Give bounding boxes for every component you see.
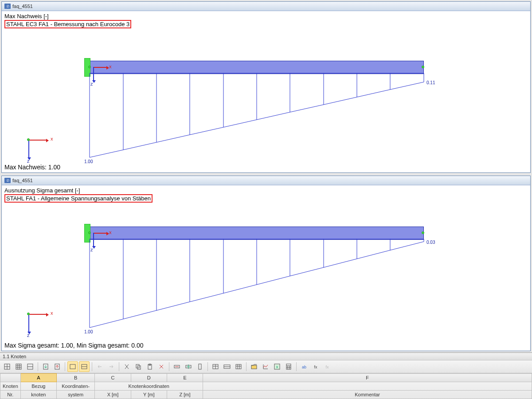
- toolbar-abc-button[interactable]: ab: [299, 361, 309, 372]
- col-header[interactable]: Bezug: [20, 382, 56, 391]
- result-summary: Max Nachweis: 1.00: [4, 164, 60, 171]
- table-wide-icon: [223, 363, 231, 370]
- column-letter[interactable]: C: [95, 374, 131, 382]
- toolbar-row-del-button[interactable]: [172, 361, 182, 372]
- panel-titlebar[interactable]: ⎚faq_4551: [2, 2, 530, 11]
- col-subheader[interactable]: knoten: [20, 391, 56, 399]
- toolbar-rect-sel2-button[interactable]: [79, 361, 90, 372]
- toolbar-table-button[interactable]: [210, 361, 221, 372]
- toolbar-delete-button[interactable]: [156, 361, 167, 372]
- fx-x-icon: fx: [324, 363, 331, 370]
- toolbar-separator: [169, 362, 169, 371]
- toolbar-chart-button[interactable]: [260, 361, 271, 372]
- svg-rect-56: [149, 364, 151, 365]
- toolbar-separator: [38, 362, 38, 371]
- import-icon: [42, 363, 49, 370]
- origin-marker: [27, 313, 30, 315]
- global-x-axis: [28, 314, 46, 315]
- redo-icon: [108, 363, 115, 370]
- diagram-base-value: 1.00: [84, 329, 93, 334]
- toolbar-separator: [65, 362, 65, 371]
- global-z-label: z: [27, 158, 30, 164]
- toolbar-fx-button[interactable]: fx: [310, 361, 321, 372]
- col-header[interactable]: [203, 382, 532, 391]
- col-header[interactable]: Koordinaten-: [57, 382, 95, 391]
- table-toolbar: Xabfxfx: [0, 360, 532, 373]
- col-tool-icon: [196, 363, 203, 370]
- column-letter[interactable]: A: [20, 374, 56, 382]
- svg-rect-42: [70, 364, 75, 369]
- abc-icon: ab: [301, 363, 308, 370]
- viewport[interactable]: Ausnutzung Sigma gesamt [-]STAHL FA1 - A…: [2, 185, 530, 351]
- toolbar-undo-button[interactable]: [94, 361, 105, 372]
- toolbar-row-ins-button[interactable]: [183, 361, 194, 372]
- column-letter[interactable]: B: [57, 374, 95, 382]
- svg-text:fx: fx: [314, 365, 317, 369]
- toolbar-paste-button[interactable]: [145, 361, 155, 372]
- column-letter[interactable]: F: [203, 374, 532, 382]
- grid-merge-icon: [27, 363, 34, 370]
- paste-icon: [146, 363, 153, 370]
- calc-icon: [285, 363, 292, 370]
- global-z-label: z: [27, 332, 30, 338]
- toolbar-table-cfg-button[interactable]: [233, 361, 244, 372]
- toolbar-folder-button[interactable]: [249, 361, 259, 372]
- toolbar-import-button[interactable]: [40, 361, 51, 372]
- svg-rect-70: [236, 364, 241, 369]
- viewport[interactable]: Max Nachweis [-]STAHL EC3 FA1 - Bemessun…: [2, 11, 530, 172]
- column-letter[interactable]: E: [167, 374, 203, 382]
- column-letter[interactable]: D: [131, 374, 167, 382]
- toolbar-fx-x-button[interactable]: fx: [322, 361, 332, 372]
- undo-icon: [96, 363, 103, 370]
- corner-cell[interactable]: [0, 374, 21, 382]
- grid-all-icon: [15, 363, 22, 370]
- col-subheader[interactable]: Kommentar: [203, 391, 532, 399]
- svg-rect-74: [251, 365, 257, 369]
- export-icon: [54, 363, 61, 370]
- col-subheader[interactable]: system: [57, 391, 95, 399]
- toolbar-redo-button[interactable]: [106, 361, 117, 372]
- col-header-group[interactable]: Knotenkoordinaten: [95, 382, 203, 391]
- table-section: 1.1 KnotenXabfxfx ABCDEFKnotenBezugKoord…: [0, 352, 532, 399]
- global-x-label: x: [51, 136, 53, 141]
- result-diagram: [2, 185, 437, 336]
- table-cfg-icon: [235, 363, 242, 370]
- result-panel: ⎚faq_4551Ausnutzung Sigma gesamt [-]STAH…: [1, 176, 531, 351]
- toolbar-grid-button[interactable]: [2, 361, 12, 372]
- toolbar-calc-button[interactable]: [283, 361, 294, 372]
- toolbar-rect-sel-button[interactable]: [67, 361, 78, 372]
- delete-icon: [158, 363, 165, 370]
- svg-text:fx: fx: [325, 365, 329, 369]
- copy-icon: [135, 363, 142, 370]
- svg-text:ab: ab: [302, 365, 306, 369]
- toolbar-separator: [119, 362, 119, 371]
- diagram-end-value: 0.11: [426, 80, 435, 85]
- result-panel: ⎚faq_4551Max Nachweis [-]STAHL EC3 FA1 -…: [1, 1, 531, 173]
- grid-icon: [4, 363, 11, 370]
- col-subheader[interactable]: X [m]: [95, 391, 131, 399]
- row-ins-icon: [185, 363, 192, 370]
- col-subheader[interactable]: Y [m]: [131, 391, 167, 399]
- col-subheader[interactable]: Nr.: [0, 391, 21, 399]
- toolbar-xls-button[interactable]: X: [272, 361, 282, 372]
- result-summary: Max Sigma gesamt: 1.00, Min Sigma gesamt…: [4, 342, 144, 349]
- panel-icon: ⎚: [4, 4, 11, 9]
- toolbar-copy-button[interactable]: [133, 361, 144, 372]
- toolbar-separator: [92, 362, 92, 371]
- panel-title: faq_4551: [12, 2, 33, 11]
- rect-sel-icon: [69, 363, 76, 370]
- toolbar-export-button[interactable]: [52, 361, 63, 372]
- panel-icon: ⎚: [4, 178, 11, 183]
- chart-icon: [262, 363, 269, 370]
- toolbar-col-tool-button[interactable]: [195, 361, 205, 372]
- toolbar-cut-button[interactable]: [121, 361, 132, 372]
- panel-title: faq_4551: [12, 176, 33, 185]
- toolbar-grid-all-button[interactable]: [13, 361, 24, 372]
- toolbar-grid-merge-button[interactable]: [25, 361, 35, 372]
- col-subheader[interactable]: Z [m]: [167, 391, 203, 399]
- col-header[interactable]: Knoten: [0, 382, 21, 391]
- toolbar-separator: [296, 362, 297, 371]
- toolbar-separator: [207, 362, 208, 371]
- panel-titlebar[interactable]: ⎚faq_4551: [2, 176, 530, 185]
- toolbar-table-wide-button[interactable]: [222, 361, 232, 372]
